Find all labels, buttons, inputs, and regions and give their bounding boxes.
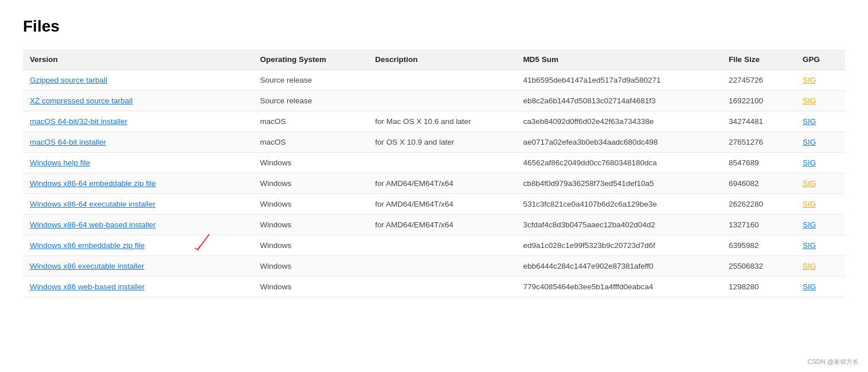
file-os: macOS <box>253 111 369 132</box>
file-os: Windows <box>253 256 369 277</box>
file-description <box>368 91 516 111</box>
file-description <box>368 277 516 297</box>
files-table: Version Operating System Description MD5… <box>23 49 845 297</box>
file-md5: eb8c2a6b1447d50813c02714af4681f3 <box>516 91 722 111</box>
file-size: 1327160 <box>722 215 796 235</box>
file-version-link[interactable]: macOS 64-bit installer <box>30 138 106 146</box>
table-row: Windows x86-64 web-based installerWindow… <box>23 215 845 235</box>
file-version-link[interactable]: Windows x86-64 web-based installer <box>30 220 156 229</box>
table-row: macOS 64-bit/32-bit installermacOSfor Ma… <box>23 111 845 132</box>
header-description: Description <box>368 49 516 70</box>
file-os: Source release <box>253 70 369 91</box>
page-title: Files <box>23 17 845 36</box>
table-row: XZ compressed source tarballSource relea… <box>23 91 845 111</box>
file-md5: ae0717a02efea3b0eb34aadc680dc498 <box>516 132 722 153</box>
table-row: Windows x86 web-based installerWindows77… <box>23 277 845 297</box>
file-md5: 531c3fc821ce0a4107b6d2c6a129be3e <box>516 194 722 215</box>
file-description: for OS X 10.9 and later <box>368 132 516 153</box>
header-gpg: GPG <box>796 49 845 70</box>
file-size: 34274481 <box>722 111 796 132</box>
file-size: 25506832 <box>722 256 796 277</box>
file-md5: ebb6444c284c1447e902e87381afeff0 <box>516 256 722 277</box>
file-md5: 779c4085464eb3ee5b1a4fffd0eabca4 <box>516 277 722 297</box>
file-version-link[interactable]: Windows x86 web-based installer <box>30 282 144 291</box>
file-size: 27651276 <box>722 132 796 153</box>
table-row: Windows x86 executable installerWindowse… <box>23 256 845 277</box>
file-md5: cb8b4f0d979a36258f73ed541def10a5 <box>516 173 722 194</box>
file-size: 26262280 <box>722 194 796 215</box>
file-os: Windows <box>253 215 369 235</box>
table-row: Gzipped source tarballSource release41b6… <box>23 70 845 91</box>
table-row: Windows x86-64 embeddable zip fileWindow… <box>23 173 845 194</box>
file-os: macOS <box>253 132 369 153</box>
file-description <box>368 256 516 277</box>
file-os: Windows <box>253 277 369 297</box>
file-os: Source release <box>253 91 369 111</box>
file-size: 1298280 <box>722 277 796 297</box>
file-version-link[interactable]: Windows x86-64 executable installer <box>30 200 155 208</box>
file-gpg-link[interactable]: SIG <box>803 96 816 105</box>
table-row: Windows x86 embeddable zip fileWindowsed… <box>23 235 845 256</box>
file-size: 8547689 <box>722 153 796 173</box>
file-gpg-link[interactable]: SIG <box>803 282 816 291</box>
file-description <box>368 235 516 256</box>
file-description: for Mac OS X 10.6 and later <box>368 111 516 132</box>
file-gpg-link[interactable]: SIG <box>803 262 816 270</box>
file-size: 22745726 <box>722 70 796 91</box>
table-row: Windows help fileWindows46562af86c2049dd… <box>23 153 845 173</box>
file-size: 16922100 <box>722 91 796 111</box>
file-size: 6395982 <box>722 235 796 256</box>
file-md5: ca3eb84092d0ff6d02e42f63a734338e <box>516 111 722 132</box>
file-version-link[interactable]: Windows x86 embeddable zip file <box>30 241 144 250</box>
file-gpg-link[interactable]: SIG <box>803 76 816 84</box>
file-version-link[interactable]: Gzipped source tarball <box>30 76 107 84</box>
header-md5: MD5 Sum <box>516 49 722 70</box>
file-gpg-link[interactable]: SIG <box>803 200 816 208</box>
header-version: Version <box>23 49 253 70</box>
file-version-link[interactable]: Windows x86 executable installer <box>30 262 144 270</box>
file-version-link[interactable]: XZ compressed source tarball <box>30 96 132 105</box>
table-header-row: Version Operating System Description MD5… <box>23 49 845 70</box>
file-version-link[interactable]: macOS 64-bit/32-bit installer <box>30 117 127 126</box>
file-description: for AMD64/EM64T/x64 <box>368 194 516 215</box>
table-row: Windows x86-64 executable installerWindo… <box>23 194 845 215</box>
file-version-link[interactable]: Windows x86-64 embeddable zip file <box>30 179 156 188</box>
file-description: for AMD64/EM64T/x64 <box>368 215 516 235</box>
file-gpg-link[interactable]: SIG <box>803 138 816 146</box>
file-size: 6946082 <box>722 173 796 194</box>
file-os: Windows <box>253 153 369 173</box>
file-md5: 41b6595deb4147a1ed517a7d9a580271 <box>516 70 722 91</box>
file-version-link[interactable]: Windows help file <box>30 158 90 167</box>
file-gpg-link[interactable]: SIG <box>803 179 816 188</box>
table-row: macOS 64-bit installermacOSfor OS X 10.9… <box>23 132 845 153</box>
file-md5: 3cfdaf4c8d3b0475aaec12ba402d04d2 <box>516 215 722 235</box>
file-description: for AMD64/EM64T/x64 <box>368 173 516 194</box>
file-md5: ed9a1c028c1e99f5323b9c20723d7d6f <box>516 235 722 256</box>
file-os: Windows <box>253 173 369 194</box>
file-gpg-link[interactable]: SIG <box>803 220 816 229</box>
header-filesize: File Size <box>722 49 796 70</box>
file-gpg-link[interactable]: SIG <box>803 117 816 126</box>
file-description <box>368 70 516 91</box>
file-gpg-link[interactable]: SIG <box>803 158 816 167</box>
header-os: Operating System <box>253 49 369 70</box>
file-os: Windows <box>253 194 369 215</box>
file-gpg-link[interactable]: SIG <box>803 241 816 250</box>
file-os: Windows <box>253 235 369 256</box>
file-description <box>368 153 516 173</box>
file-md5: 46562af86c2049dd0cc7680348180dca <box>516 153 722 173</box>
